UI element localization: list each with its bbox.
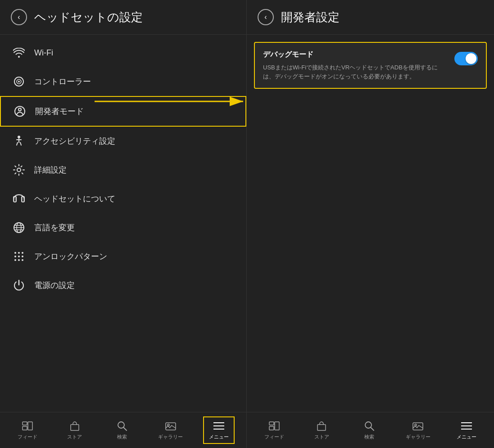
right-nav-search-label: 検索 [364,434,374,440]
menu-item-about-label: ヘッドセットについて [34,193,115,204]
right-header: ‹ 開発者設定 [247,0,494,35]
svg-rect-10 [22,197,25,201]
svg-rect-37 [269,422,274,425]
menu-item-power-label: 電源の設定 [34,280,75,291]
svg-point-6 [17,168,21,172]
right-bottom-nav: フィード ストア 検索 [247,412,494,448]
accessibility-icon [13,135,25,147]
settings-icon [13,164,25,176]
svg-rect-25 [23,422,27,425]
left-nav-feed-label: フィード [18,434,37,440]
right-nav-store[interactable]: ストア [306,417,337,443]
search-icon [363,420,375,432]
debug-mode-toggle[interactable] [454,52,478,65]
left-nav-search[interactable]: 検索 [106,417,138,443]
menu-item-about[interactable]: ヘッドセットについて [0,184,246,213]
feed-icon [268,420,280,432]
store-icon [316,420,327,432]
menu-item-language[interactable]: 言語を変更 [0,213,246,242]
left-nav-search-label: 検索 [117,434,127,440]
menu-item-accessibility[interactable]: アクセシビリティ設定 [0,127,246,155]
menu-item-details-label: 詳細設定 [34,165,67,175]
menu-icon [461,420,472,432]
language-icon [13,221,25,234]
right-panel: ‹ 開発者設定 デバッグモード USBまたはWi-Fiで接続されたVRヘッドセッ… [247,0,494,448]
svg-point-2 [18,81,20,82]
menu-item-wifi[interactable]: Wi-Fi [0,38,246,67]
svg-point-23 [18,259,20,261]
search-icon [116,420,128,432]
svg-point-17 [18,252,20,254]
menu-item-controller-label: コントローラー [34,76,91,87]
debug-mode-title: デバッグモード [263,50,447,59]
svg-line-42 [371,428,374,431]
right-nav-menu[interactable]: メニュー [451,417,482,443]
right-back-button[interactable]: ‹ [258,9,274,25]
svg-rect-39 [275,422,279,430]
debug-card-content: デバッグモード USBまたはWi-Fiで接続されたVRヘッドセットでADBを使用… [263,50,447,81]
menu-item-controller[interactable]: コントローラー [0,67,246,96]
left-bottom-nav: フィード ストア 検索 [0,412,246,448]
menu-item-developer-label: 開発者モード [35,106,84,117]
unlock-icon [13,250,25,263]
left-nav-gallery[interactable]: ギャラリー [154,417,187,443]
power-icon [13,279,25,292]
right-nav-menu-label: メニュー [457,434,476,440]
svg-point-16 [14,252,16,254]
svg-point-22 [14,259,16,261]
settings-menu-list: Wi-Fi コントローラー 開発者モード [0,35,246,448]
left-back-button[interactable]: ‹ [11,9,27,25]
right-nav-store-label: ストア [314,434,329,440]
wifi-icon [13,46,25,59]
left-panel: ‹ ヘッドセットの設定 Wi-Fi [0,0,247,448]
left-nav-feed[interactable]: フィード [12,417,43,443]
store-icon [69,420,81,432]
svg-point-18 [22,252,23,254]
svg-rect-28 [71,425,79,430]
headset-icon [13,192,25,205]
left-nav-store-label: ストア [67,434,82,440]
gallery-icon [412,420,424,432]
svg-line-30 [123,428,127,431]
right-nav-gallery-label: ギャラリー [406,434,431,440]
svg-point-20 [18,256,20,257]
menu-item-details[interactable]: 詳細設定 [0,155,246,184]
svg-point-19 [14,256,16,257]
svg-point-5 [18,136,20,138]
menu-item-wifi-label: Wi-Fi [34,48,53,58]
right-nav-feed[interactable]: フィード [258,417,290,443]
left-nav-gallery-label: ギャラリー [158,434,183,440]
gallery-icon [165,420,177,432]
debug-mode-toggle-container [454,52,478,65]
toggle-thumb [466,53,476,64]
left-nav-menu-label: メニュー [209,434,229,440]
debug-mode-description: USBまたはWi-Fiで接続されたVRヘッドセットでADBを使用するには、デバッ… [263,63,447,81]
svg-rect-38 [269,426,274,430]
menu-item-language-label: 言語を変更 [34,222,75,233]
menu-item-unlock-label: アンロックパターン [34,251,107,262]
right-nav-gallery[interactable]: ギャラリー [401,417,435,443]
left-header: ‹ ヘッドセットの設定 [0,0,246,35]
svg-rect-40 [317,425,326,430]
right-nav-search[interactable]: 検索 [354,417,385,443]
right-nav-feed-label: フィード [264,434,284,440]
svg-point-24 [22,259,23,261]
menu-item-developer[interactable]: 開発者モード [0,96,246,127]
menu-item-power[interactable]: 電源の設定 [0,271,246,300]
right-panel-title: 開発者設定 [281,9,340,25]
svg-rect-26 [23,426,27,430]
developer-icon [14,105,26,118]
svg-point-4 [18,108,21,111]
left-nav-store[interactable]: ストア [59,417,91,443]
left-panel-title: ヘッドセットの設定 [34,9,143,25]
menu-item-accessibility-label: アクセシビリティ設定 [34,136,115,146]
feed-icon [22,420,33,432]
svg-rect-9 [13,197,16,201]
svg-rect-27 [28,422,32,430]
left-nav-menu[interactable]: メニュー [203,416,235,444]
debug-mode-card: デバッグモード USBまたはWi-Fiで接続されたVRヘッドセットでADBを使用… [254,42,487,89]
svg-point-21 [22,256,23,257]
controller-icon [13,75,25,88]
menu-item-unlock[interactable]: アンロックパターン [0,242,246,271]
menu-icon [213,420,225,432]
